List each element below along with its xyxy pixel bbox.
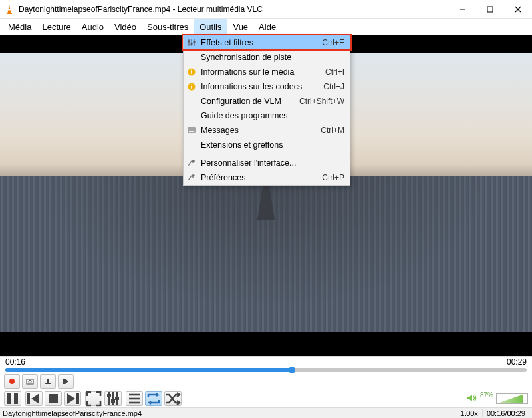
menu-item-label: Messages	[201, 126, 239, 135]
svg-rect-34	[49, 394, 58, 403]
svg-rect-16	[191, 70, 192, 71]
maximize-button[interactable]	[476, 0, 504, 19]
menu-item-messages[interactable]: Messages Ctrl+M	[184, 123, 350, 138]
status-bar: DaytonighttimelapseofPariscityFrance.mp4…	[0, 407, 532, 418]
main-controls-row: 87%	[0, 390, 532, 407]
stop-button[interactable]	[45, 391, 62, 406]
menu-item-guide-programmes[interactable]: Guide des programmes	[184, 108, 350, 123]
menu-item-configuration-vlm[interactable]: Configuration de VLM Ctrl+Shift+W	[184, 94, 350, 108]
volume-control: 87%	[467, 393, 528, 405]
svg-rect-42	[116, 397, 118, 399]
menu-lecture[interactable]: Lecture	[37, 19, 76, 35]
svg-rect-19	[191, 85, 192, 86]
status-speed[interactable]: 1.00x	[456, 409, 482, 417]
svg-rect-26	[45, 379, 48, 384]
menu-video[interactable]: Vidéo	[109, 19, 142, 35]
volume-percent-label: 87%	[480, 391, 493, 399]
menu-item-label: Préférences	[201, 173, 245, 182]
svg-rect-32	[27, 393, 30, 404]
speaker-icon[interactable]	[467, 393, 477, 405]
title-bar: DaytonighttimelapseofPariscityFrance.mp4…	[0, 0, 532, 19]
menu-separator	[185, 154, 348, 154]
menu-item-label: Extensions et greffons	[201, 140, 283, 150]
bottom-panel: 00:16 00:29 87% Dayto	[0, 356, 532, 418]
playlist-button[interactable]	[126, 391, 143, 406]
minimize-button[interactable]	[448, 0, 476, 19]
volume-slider[interactable]	[496, 393, 528, 404]
elapsed-time-label[interactable]: 00:16	[5, 357, 25, 367]
menu-item-shortcut: Ctrl+P	[322, 173, 344, 182]
pause-button[interactable]	[4, 391, 21, 406]
menu-bar: Média Lecture Audio Vidéo Sous-titres Ou…	[0, 19, 532, 35]
snapshot-button[interactable]	[22, 374, 38, 389]
menu-item-label: Personnaliser l'interface...	[201, 158, 296, 168]
shuffle-button[interactable]	[164, 391, 182, 406]
status-filename: DaytonighttimelapseofPariscityFrance.mp4	[3, 409, 142, 417]
svg-rect-30	[7, 393, 11, 404]
menu-vue[interactable]: Vue	[227, 19, 253, 35]
info-icon	[187, 82, 196, 91]
svg-rect-13	[194, 41, 195, 43]
fullscreen-button[interactable]	[85, 391, 102, 406]
menu-item-shortcut: Ctrl+M	[321, 126, 344, 135]
seek-knob[interactable]	[289, 367, 295, 373]
menu-item-effets-et-filtres[interactable]: Effets et filtres Ctrl+E	[184, 35, 350, 50]
svg-rect-28	[63, 379, 65, 384]
svg-rect-41	[112, 400, 114, 402]
svg-rect-1	[7, 13, 12, 14]
menu-item-shortcut: Ctrl+I	[325, 67, 344, 77]
video-area[interactable]: Effets et filtres Ctrl+E Synchronisation…	[0, 35, 532, 356]
svg-rect-18	[191, 86, 192, 89]
menu-sous-titres[interactable]: Sous-titres	[142, 19, 194, 35]
status-position: 00:16/00:29	[482, 409, 529, 417]
loop-button[interactable]	[145, 391, 162, 406]
menu-item-informations-media[interactable]: Informations sur le média Ctrl+I	[184, 65, 350, 79]
svg-rect-15	[191, 71, 192, 74]
menu-item-label: Informations sur les codecs	[201, 82, 302, 91]
svg-rect-5	[487, 7, 493, 12]
vlc-cone-icon	[4, 4, 15, 15]
menu-item-label: Configuration de VLM	[201, 97, 281, 106]
svg-marker-35	[67, 393, 75, 404]
menu-media[interactable]: Média	[3, 19, 37, 35]
window-controls	[448, 0, 532, 19]
total-time-label[interactable]: 00:29	[507, 357, 527, 367]
messages-icon	[187, 126, 196, 135]
svg-rect-11	[188, 41, 190, 42]
svg-marker-33	[31, 393, 39, 404]
svg-marker-29	[65, 379, 68, 384]
menu-audio[interactable]: Audio	[76, 19, 109, 35]
previous-button[interactable]	[25, 391, 43, 406]
svg-rect-31	[14, 393, 18, 404]
svg-marker-46	[467, 395, 472, 401]
svg-rect-2	[9, 7, 11, 7]
svg-marker-0	[8, 5, 11, 13]
menu-item-shortcut: Ctrl+E	[322, 38, 344, 47]
menu-outils[interactable]: Outils	[194, 19, 227, 35]
menu-item-preferences[interactable]: Préférences Ctrl+P	[184, 170, 350, 185]
close-button[interactable]	[504, 0, 532, 19]
menu-item-personnaliser-interface[interactable]: Personnaliser l'interface...	[184, 156, 350, 170]
menu-item-label: Guide des programmes	[201, 111, 288, 120]
extended-settings-button[interactable]	[104, 391, 122, 406]
next-button[interactable]	[64, 391, 81, 406]
menu-item-label: Synchronisation de piste	[201, 53, 291, 62]
menu-aide[interactable]: Aide	[253, 19, 281, 35]
loop-ab-button[interactable]	[40, 374, 56, 389]
svg-rect-27	[49, 379, 51, 384]
menu-outils-dropdown: Effets et filtres Ctrl+E Synchronisation…	[183, 35, 350, 186]
svg-point-23	[9, 379, 15, 384]
svg-rect-36	[76, 393, 79, 404]
menu-item-shortcut: Ctrl+Shift+W	[299, 97, 344, 106]
info-icon	[187, 67, 196, 77]
svg-rect-40	[108, 395, 110, 397]
menu-item-informations-codecs[interactable]: Informations sur les codecs Ctrl+J	[184, 79, 350, 94]
svg-point-25	[29, 381, 31, 383]
record-button[interactable]	[4, 374, 20, 389]
menu-item-label: Effets et filtres	[201, 38, 253, 47]
seek-bar[interactable]	[0, 368, 532, 373]
menu-item-synchronisation-de-piste[interactable]: Synchronisation de piste	[184, 50, 350, 65]
svg-rect-12	[191, 43, 192, 45]
frame-step-button[interactable]	[58, 374, 74, 389]
menu-item-extensions-greffons[interactable]: Extensions et greffons	[184, 138, 350, 152]
